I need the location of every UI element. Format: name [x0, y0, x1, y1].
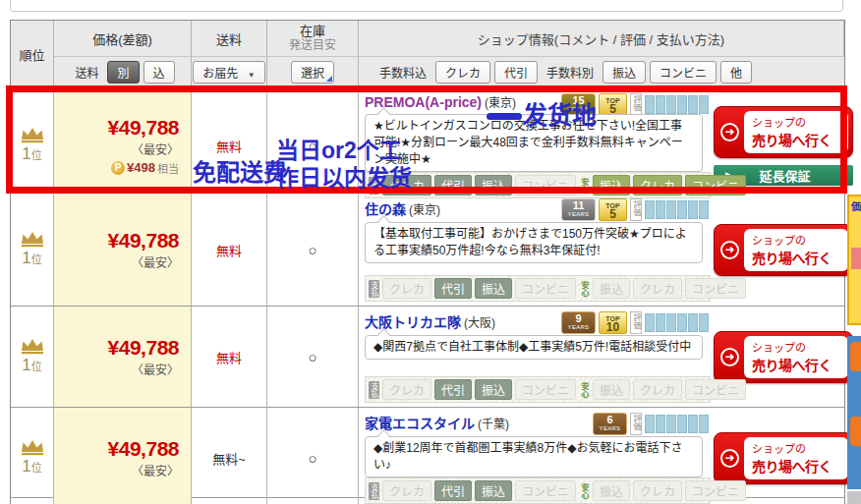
payment-methods: 支払 クレカ 代引 振込 コンビニ 安心 振込 クレカ コンビニ — [365, 376, 711, 403]
price-cell: ¥49,788 〈最安〉 — [54, 307, 192, 407]
crown-icon — [21, 231, 44, 248]
shipping-excluded-toggle[interactable]: 別 — [107, 61, 139, 84]
cheapest-label: 〈最安〉 — [132, 361, 179, 377]
point-icon: P — [111, 161, 125, 175]
price-value: ¥49,788 — [108, 336, 179, 360]
go-to-shop-button[interactable]: ➜ ショップの売り場へ行く — [714, 106, 853, 158]
anshin-bank-transfer: 振込 — [593, 278, 630, 299]
destination-dropdown[interactable]: お届先 ▼ — [193, 61, 264, 84]
anshin-label: 安心 — [579, 482, 590, 500]
shop-cell: 大阪トリカエ隊 (大阪) 9YEARS TOP10 評価 ◆関西7拠点で自社工事… — [359, 307, 860, 407]
shop-location: (東京) — [409, 200, 440, 217]
shipping-cell: 無料~ — [192, 408, 267, 504]
filter-credit-card[interactable]: クレカ — [435, 61, 490, 84]
pay-cod: 代引 — [434, 175, 472, 196]
arrow-circle-icon: ➜ — [720, 449, 739, 468]
table-row: 1位 ¥49,788 〈最安〉 P ¥498 相当 無料 ○ PREMOA(A-… — [11, 87, 844, 193]
right-sidebar-partial — [847, 491, 861, 504]
pay-cod: 代引 — [434, 379, 472, 400]
table-row: 1位 ¥49,788 〈最安〉 無料 ○ 住の森 (東京) 11YEARS TO… — [11, 193, 844, 306]
shop-link[interactable]: 大阪トリカエ隊 — [365, 311, 461, 331]
shop-badges: 9YEARS TOP10 評価 — [561, 311, 709, 334]
header-shop-info: ショップ情報(コメント / 評価 / 支払い方法) — [359, 21, 844, 57]
right-sidebar-partial: 価 — [847, 195, 861, 325]
select-cell: 選択 — [267, 57, 359, 87]
shop-cell: 家電エコスタイル (千葉) 6YEARS TOP 評価 ◆創業12周年で首都圏工… — [359, 408, 860, 504]
pay-bank-transfer: 振込 — [475, 278, 512, 299]
points-line: P ¥498 相当 — [111, 160, 179, 176]
shop-comment: ◆関西7拠点で自社工事体制◆工事実績5万件!電話相談受付中 — [365, 335, 703, 360]
header-stock: 在庫 発送目安 — [267, 21, 359, 57]
fee-excluded-label: 手数料別 — [546, 64, 594, 81]
shipping-cell: 無料 — [192, 194, 267, 306]
pay-bank-transfer: 振込 — [475, 379, 512, 400]
go-to-shop-button[interactable]: ➜ ショップの売り場へ行く — [714, 331, 853, 383]
pay-bank-transfer: 振込 — [475, 175, 512, 196]
pay-convenience-store: コンビニ — [515, 379, 576, 400]
price-cell: ¥49,788 〈最安〉 — [54, 408, 192, 504]
anshin-credit-card: クレカ — [633, 278, 682, 299]
stock-cell: ○ — [267, 307, 359, 407]
cheapest-label: 〈最安〉 — [132, 253, 179, 270]
shop-location: (大阪) — [464, 313, 495, 330]
pay-label: 支払 — [369, 177, 379, 195]
stock-select-button[interactable]: 選択 — [291, 61, 334, 84]
pay-label: 支払 — [369, 280, 379, 298]
payment-methods: 支払 クレカ 代引 振込 コンビニ 安心 振込 クレカ コンビニ — [365, 275, 711, 302]
filter-cod[interactable]: 代引 — [494, 61, 538, 84]
pay-cod: 代引 — [434, 278, 472, 299]
cheapest-label: 〈最安〉 — [132, 462, 179, 478]
rating-label: 評価 — [630, 198, 642, 221]
fee-included-label: 手数料込 — [379, 64, 427, 81]
shop-location: (千葉) — [478, 415, 509, 431]
pay-convenience-store: コンビニ — [515, 175, 576, 196]
shipping-included-toggle[interactable]: 込 — [144, 61, 175, 84]
anshin-bank-transfer: 振込 — [593, 175, 630, 196]
price-value: ¥49,788 — [108, 116, 179, 140]
anshin-label: 安心 — [579, 177, 590, 195]
rank-cell: 1位 — [11, 88, 54, 202]
rating-bars — [645, 198, 709, 221]
anshin-credit-card: クレカ — [633, 379, 682, 400]
stock-cell: ○ — [267, 408, 359, 504]
rating-bars — [645, 311, 709, 334]
rank-cell: 1位 — [11, 307, 54, 407]
filter-bank-transfer[interactable]: 振込 — [603, 61, 646, 84]
top-rank-badge: TOP5 — [599, 93, 627, 116]
anshin-label: 安心 — [579, 381, 590, 399]
table-row-partial — [11, 497, 844, 504]
pay-label: 支払 — [369, 381, 379, 399]
shop-location: (東京) — [485, 93, 516, 110]
shop-link[interactable]: 家電エコスタイル — [365, 413, 475, 432]
shipping-cell: 無料 — [192, 88, 267, 202]
shop-link[interactable]: 住の森 — [365, 198, 406, 218]
shipping-cell: 無料 — [192, 307, 267, 407]
shop-cell: PREMOA(A-price) (東京) 15YEARS TOP5 評価 ★ビル… — [359, 88, 860, 202]
top-rank-badge: TOP5 — [599, 198, 627, 221]
stock-cell: ○ — [267, 88, 359, 202]
years-badge: 6YEARS — [593, 413, 627, 435]
pay-label: 支払 — [369, 482, 379, 500]
previous-section-partial — [10, 0, 843, 12]
price-cell: ¥49,788 〈最安〉 P ¥498 相当 — [54, 88, 192, 202]
payment-filter-bar: 手数料込 クレカ 代引 手数料別 振込 コンビニ 他 — [359, 57, 844, 87]
filter-other[interactable]: 他 — [720, 61, 752, 84]
crown-icon — [21, 338, 44, 355]
table-row: 1位 ¥49,788 〈最安〉 無料 ○ 大阪トリカエ隊 (大阪) 9YEARS… — [11, 306, 844, 407]
go-to-shop-button[interactable]: ➜ ショップの売り場へ行く — [714, 224, 853, 276]
anshin-convenience-store: コンビニ — [685, 379, 746, 400]
header-price: 価格(差額) — [54, 21, 192, 57]
go-to-shop-button[interactable]: ➜ ショップの売り場へ行く — [714, 432, 853, 484]
chevron-down-icon: ▼ — [248, 71, 256, 80]
header-shipping: 送料 — [192, 21, 267, 57]
cheapest-label: 〈最安〉 — [132, 140, 179, 157]
pay-credit-card: クレカ — [382, 175, 431, 196]
anshin-label: 安心 — [579, 280, 590, 298]
crown-icon — [21, 127, 44, 143]
filter-convenience-store[interactable]: コンビニ — [650, 61, 717, 84]
arrow-circle-icon: ➜ — [720, 348, 739, 366]
years-badge: 11YEARS — [561, 198, 596, 221]
rank-cell: 1位 — [11, 408, 54, 504]
shop-comment: 【基本取付工事可能】おかげさまで150万件突破★プロによる工事実績50万件超!今… — [365, 222, 703, 263]
top-rank-badge: TOP10 — [599, 311, 627, 334]
